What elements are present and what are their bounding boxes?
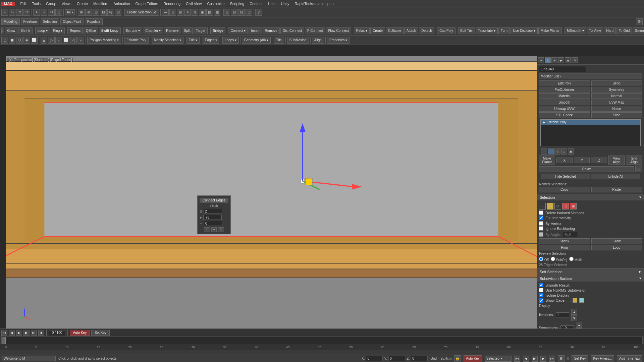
populate-tab[interactable]: Populate	[85, 18, 103, 25]
border-icon[interactable]: ⬡	[554, 148, 560, 155]
menu-customize[interactable]: Customize	[205, 2, 227, 6]
material-icon[interactable]: ⊚	[192, 9, 198, 16]
element-icon[interactable]: ▣	[568, 148, 574, 155]
menu-graph-editors[interactable]: Graph Editors	[132, 2, 161, 6]
auto-key-btn[interactable]: Auto Key	[70, 330, 90, 336]
edit-poly-btn[interactable]: Edit Poly	[539, 80, 590, 86]
poly-sel-icon[interactable]: ◻	[562, 203, 569, 209]
props-label[interactable]: Properties ▾	[327, 37, 350, 44]
repeat-btn[interactable]: Repeat	[67, 27, 83, 34]
bridge-btn[interactable]: Bridge	[210, 27, 226, 34]
menu-edit[interactable]: Edit	[17, 2, 29, 6]
menu-rendering[interactable]: Rendering	[161, 2, 183, 6]
add-time-tag-btn[interactable]: Add Time Tag	[617, 355, 642, 362]
align-icon[interactable]: ⊟	[169, 9, 176, 16]
selection-tab[interactable]: Selection	[41, 18, 59, 25]
freeform-tab[interactable]: Freeform	[21, 18, 40, 25]
menu-rapidtools[interactable]: RapidTools	[292, 2, 316, 6]
poly-icon[interactable]: ◻	[561, 148, 567, 155]
pm-icon11[interactable]: ▽	[77, 37, 84, 44]
pm-icon6[interactable]: ▲	[41, 37, 47, 44]
pm-icon1[interactable]: ◻	[1, 37, 8, 44]
pm-icon4[interactable]: ◈	[23, 37, 30, 44]
all-dropdown[interactable]: All	[65, 9, 75, 15]
by-vertex-check[interactable]	[539, 221, 543, 226]
next-frame-btn[interactable]: ▶	[23, 330, 30, 336]
curve-icon[interactable]: ∿	[184, 9, 191, 16]
geometry-label[interactable]: Geometry (All) ▾	[242, 37, 271, 44]
rp-create-icon[interactable]: ✦	[538, 57, 544, 63]
cap-poly-btn[interactable]: Cap Poly	[437, 27, 455, 34]
modeling-tab[interactable]: Modeling	[1, 18, 20, 25]
vertex-sel-icon[interactable]: ·	[539, 203, 546, 209]
pm-icon10[interactable]: ◁	[70, 37, 77, 44]
flow-connect-btn[interactable]: Flow Connect	[326, 27, 351, 34]
create-selection-btn[interactable]: Create Selection Se	[124, 9, 159, 16]
viewport[interactable]: [+] [Perspective] [Standard] [Edged Face…	[6, 56, 537, 328]
object-name-input[interactable]	[539, 66, 586, 72]
pb-next-btn[interactable]: ▶	[540, 356, 546, 362]
show-cage-check[interactable]	[539, 298, 543, 303]
snap3-icon[interactable]: ⊞	[93, 9, 99, 16]
popup-apply-btn[interactable]: +	[211, 227, 216, 232]
tool1-icon[interactable]: ⊡	[115, 9, 121, 16]
play-next-btn[interactable]: ⏭	[31, 330, 37, 336]
pm-icon2[interactable]: ◼	[9, 37, 15, 44]
swift-loop-btn[interactable]: Swift Loop	[99, 27, 121, 34]
tessellate2-btn[interactable]: Tessellate ▾	[476, 27, 498, 34]
toview-btn[interactable]: To View	[587, 27, 603, 34]
rotate-icon[interactable]: ⟲	[16, 9, 23, 16]
menu-modifiers[interactable]: Modifiers	[91, 2, 111, 6]
grow2-btn[interactable]: Grow	[591, 238, 642, 244]
grow-icon[interactable]: +	[1, 27, 4, 34]
iter-input[interactable]	[556, 312, 569, 317]
stop-btn[interactable]: ■	[38, 330, 44, 336]
vertex-icon[interactable]: ·	[541, 148, 547, 155]
rp-modify-icon[interactable]: 🔧	[545, 57, 551, 63]
rp-display-icon[interactable]: ◉	[565, 57, 571, 63]
ybtn[interactable]: Y	[574, 158, 590, 163]
fps-icon[interactable]: ⊟	[558, 355, 565, 362]
full-interactivity-check[interactable]	[539, 216, 543, 220]
pm-icon9[interactable]: ⬜	[63, 37, 69, 44]
pm-icon3[interactable]: ⬡	[16, 37, 23, 44]
undo-icon[interactable]: ↩	[1, 9, 8, 16]
normal-btn[interactable]: Normal	[591, 93, 642, 99]
shrink2-btn[interactable]: Shrink	[539, 238, 590, 244]
remove-btn[interactable]: Remove	[164, 27, 181, 34]
isoline-check[interactable]	[539, 293, 543, 297]
scene2-icon[interactable]: ⊟	[231, 9, 237, 16]
delete-isolated-check[interactable]	[539, 210, 543, 215]
modifier-list-dropdown[interactable]: Modifier List	[539, 73, 642, 79]
popup-ok-btn[interactable]: ✓	[204, 227, 210, 232]
bend-btn[interactable]: Bend	[591, 80, 642, 86]
collapse2-btn[interactable]: Collapse	[386, 27, 404, 34]
soft-sel-header[interactable]: Soft Selection ▸	[537, 268, 644, 275]
grow-btn[interactable]: Grow	[5, 27, 17, 34]
relax2-btn[interactable]: Relax ▾	[354, 27, 370, 34]
pm-icon7[interactable]: ▷	[48, 37, 55, 44]
paste2-btn[interactable]: Paste	[591, 187, 642, 192]
unhide-all-btn[interactable]: Unhide All	[591, 174, 640, 179]
elem-sel-icon[interactable]: ▣	[570, 203, 577, 209]
chamfer-btn[interactable]: Chamfer ▾	[143, 27, 163, 34]
menu-civil-view[interactable]: Civil View	[183, 2, 204, 6]
smooth2-btn[interactable]: Smooth	[539, 100, 590, 105]
app-logo[interactable]: MAX	[1, 2, 15, 6]
by-angle-input[interactable]	[563, 232, 578, 237]
uvwmap-btn[interactable]: UVW Map	[591, 100, 642, 105]
smooth-result-check[interactable]	[539, 283, 543, 287]
loops-label[interactable]: Loops ▾	[222, 37, 239, 44]
extrude-btn[interactable]: Extrude ▾	[123, 27, 142, 34]
play-prev-btn[interactable]: ⏮	[1, 330, 7, 336]
xbtn[interactable]: X	[556, 158, 573, 163]
menu-group[interactable]: Group	[43, 2, 59, 6]
x-input[interactable]	[366, 356, 383, 361]
play-btn[interactable]: ▶	[16, 330, 22, 336]
timeline-track[interactable]	[1, 337, 643, 344]
detach-btn[interactable]: Detach	[419, 27, 434, 34]
insert-btn[interactable]: Insert	[249, 27, 262, 34]
relax3-btn[interactable]: Relax	[539, 166, 634, 172]
pinch-input[interactable]	[203, 215, 222, 220]
set-key2-btn[interactable]: Set Key	[572, 355, 588, 362]
